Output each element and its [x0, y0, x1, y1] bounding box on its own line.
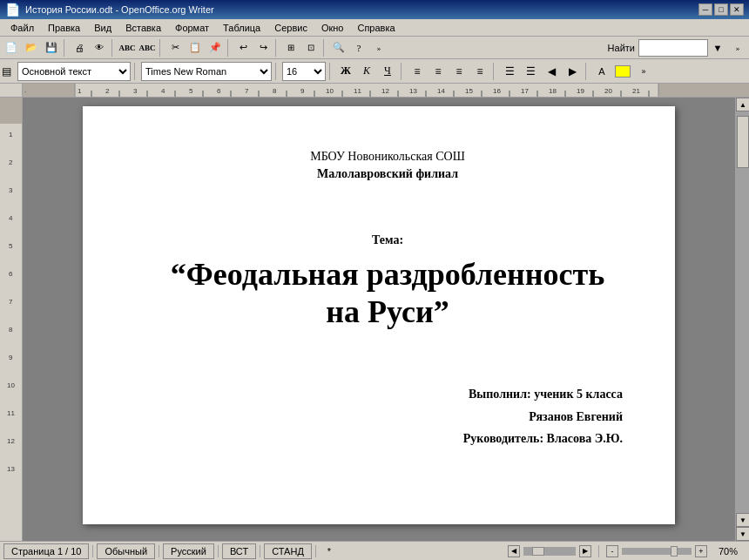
underline-button[interactable]: Ч: [378, 62, 397, 81]
font-color-button[interactable]: A: [592, 62, 611, 81]
mode-insert[interactable]: ВСТ: [222, 543, 256, 559]
minimize-button[interactable]: ─: [698, 3, 712, 16]
list-unordered-button[interactable]: ☰: [500, 62, 519, 81]
status-sep-5: [315, 545, 316, 557]
fmt-sep-1: [134, 63, 138, 80]
paste-button[interactable]: 📌: [206, 38, 225, 57]
undo-button[interactable]: ↩: [233, 38, 253, 57]
maximize-button[interactable]: □: [714, 3, 728, 16]
bold-button[interactable]: Ж: [336, 62, 355, 81]
status-bar: Страница 1 / 10 Обычный Русский ВСТ СТАН…: [0, 541, 749, 560]
cut-button[interactable]: ✂: [165, 38, 185, 57]
fmt-sep-5: [493, 63, 496, 80]
branch-name: Малолавровский филиал: [152, 167, 623, 181]
redo-button[interactable]: ↪: [253, 38, 273, 57]
open-button[interactable]: 📂: [22, 38, 41, 57]
close-button[interactable]: ✕: [730, 3, 744, 16]
zoom-out-button[interactable]: -: [606, 545, 618, 557]
menu-view[interactable]: Вид: [87, 21, 118, 35]
window-title: История России.odt - OpenOffice.org Writ…: [25, 4, 698, 15]
zoom-slider-track[interactable]: [622, 548, 692, 555]
h-scroll-right-button[interactable]: ▶: [579, 545, 591, 557]
search-go-button[interactable]: ▼: [708, 38, 727, 57]
spellcheck-button[interactable]: ABC: [118, 38, 137, 57]
search-input[interactable]: [638, 39, 708, 57]
horizontal-ruler: · 1 2 3 4 5 6 7 8 9 10 11 12 13 14 15 16…: [23, 84, 749, 98]
indent-dec-button[interactable]: ◀: [542, 62, 561, 81]
align-center-button[interactable]: ≡: [428, 62, 448, 81]
svg-rect-49: [0, 98, 23, 124]
zoom-level: 70%: [711, 543, 746, 559]
h-scroll-track[interactable]: [523, 547, 576, 556]
insert-button[interactable]: ⊡: [301, 38, 321, 57]
menu-window[interactable]: Окно: [314, 21, 351, 35]
fmt-sep-2: [275, 63, 279, 80]
print-preview-button[interactable]: 👁: [90, 38, 109, 57]
svg-text:10: 10: [7, 381, 15, 389]
spellcheck2-button[interactable]: ABC: [138, 38, 157, 57]
more-fmt-button[interactable]: »: [634, 62, 653, 81]
menu-tools[interactable]: Сервис: [267, 21, 314, 35]
main-area: 1 2 3 4 5 6 7 8 9 10 11 12 13 МБОУ Новон…: [0, 98, 749, 541]
svg-text:14: 14: [437, 87, 445, 95]
fmt-sep-4: [401, 63, 404, 80]
copy-button[interactable]: 📋: [186, 38, 205, 57]
font-select[interactable]: Times New Roman: [141, 62, 272, 81]
zoom-slider-thumb[interactable]: [671, 546, 678, 557]
title-bar: 📄 История России.odt - OpenOffice.org Wr…: [0, 0, 749, 19]
highlight-button[interactable]: [615, 65, 631, 78]
menu-edit[interactable]: Правка: [41, 21, 87, 35]
indent-inc-button[interactable]: ▶: [563, 62, 582, 81]
list-ordered-button[interactable]: ☰: [521, 62, 540, 81]
page-content: МБОУ Новоникольская СОШ Малолавровский ф…: [152, 150, 623, 449]
scroll-down-button[interactable]: ▼: [736, 513, 749, 527]
zoom-in-button[interactable]: +: [695, 545, 707, 557]
svg-text:1: 1: [9, 131, 13, 138]
svg-text:20: 20: [604, 87, 612, 95]
scroll-thumb[interactable]: [737, 116, 749, 168]
menu-file[interactable]: Файл: [3, 21, 41, 35]
svg-text:9: 9: [300, 87, 305, 95]
align-justify-button[interactable]: ≡: [470, 62, 489, 81]
menu-help[interactable]: Справка: [350, 21, 401, 35]
new-button[interactable]: 📄: [2, 38, 21, 57]
svg-text:12: 12: [381, 87, 389, 95]
svg-text:4: 4: [161, 87, 165, 95]
status-sep-1: [92, 545, 93, 557]
h-scroll-left-button[interactable]: ◀: [508, 545, 520, 557]
style-select[interactable]: Основной текст: [17, 62, 131, 81]
save-button[interactable]: 💾: [42, 38, 61, 57]
help-button[interactable]: ?: [349, 38, 368, 57]
svg-text:13: 13: [409, 87, 417, 95]
mode-standard[interactable]: СТАНД: [264, 543, 312, 559]
extra-button[interactable]: »: [369, 38, 388, 57]
svg-text:6: 6: [217, 87, 221, 95]
scroll-track[interactable]: [736, 111, 749, 513]
toolbar-sep-3: [159, 39, 163, 57]
svg-text:2: 2: [9, 159, 13, 166]
find-button[interactable]: 🔍: [329, 38, 348, 57]
table-button[interactable]: ⊞: [281, 38, 300, 57]
align-right-button[interactable]: ≡: [449, 62, 469, 81]
align-left-button[interactable]: ≡: [408, 62, 427, 81]
svg-text:17: 17: [521, 87, 529, 95]
scroll-up-button[interactable]: ▲: [736, 98, 749, 111]
scroll-down2-button[interactable]: ▼: [736, 527, 749, 541]
print-button[interactable]: 🖨: [70, 38, 89, 57]
zoom-area: ◀ ▶ - + 70%: [508, 543, 746, 559]
svg-text:18: 18: [549, 87, 557, 95]
toolbar-end-button[interactable]: »: [728, 38, 747, 57]
menu-insert[interactable]: Вставка: [118, 21, 168, 35]
toolbar-sep-4: [227, 39, 231, 57]
size-select[interactable]: 16: [282, 62, 326, 81]
style-menu-icon: ▤: [2, 65, 16, 78]
menu-format[interactable]: Формат: [168, 21, 216, 35]
h-scroll-thumb[interactable]: [532, 547, 544, 556]
status-sep-4: [260, 545, 260, 557]
italic-button[interactable]: К: [357, 62, 376, 81]
svg-text:3: 3: [9, 186, 13, 194]
menu-table[interactable]: Таблица: [216, 21, 267, 35]
document-page: МБОУ Новоникольская СОШ Малолавровский ф…: [83, 106, 675, 524]
school-name: МБОУ Новоникольская СОШ: [152, 150, 623, 164]
svg-text:11: 11: [354, 87, 361, 95]
